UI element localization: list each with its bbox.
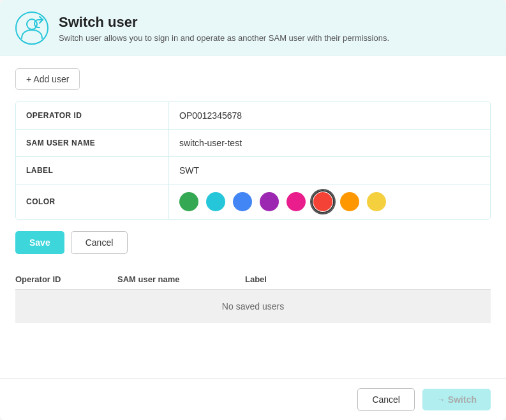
color-label: COLOR xyxy=(16,184,169,219)
label-row: LABEL xyxy=(16,157,490,184)
sam-user-name-label: SAM USER NAME xyxy=(16,130,169,156)
form-table: OPERATOR ID SAM USER NAME LABEL xyxy=(15,101,491,220)
sam-user-name-input[interactable] xyxy=(179,138,480,148)
col-label: Label xyxy=(245,274,347,284)
color-swatch-3[interactable] xyxy=(260,192,279,211)
color-swatch-2[interactable] xyxy=(233,192,252,211)
svg-point-0 xyxy=(16,12,48,44)
switch-user-modal: Switch user Switch user allows you to si… xyxy=(0,0,506,420)
color-row: COLOR xyxy=(16,184,490,219)
users-table-header: Operator ID SAM user name Label xyxy=(15,269,491,290)
color-swatch-1[interactable] xyxy=(206,192,225,211)
form-actions: Save Cancel xyxy=(15,231,491,254)
operator-id-input[interactable] xyxy=(179,110,480,121)
color-swatch-5[interactable] xyxy=(313,192,332,211)
no-saved-users: No saved users xyxy=(15,290,491,323)
label-value[interactable] xyxy=(169,157,490,184)
cancel-form-button[interactable]: Cancel xyxy=(71,231,128,254)
color-value xyxy=(169,184,490,219)
label-label: LABEL xyxy=(16,157,169,184)
save-button[interactable]: Save xyxy=(15,231,64,254)
color-swatch-0[interactable] xyxy=(179,192,198,211)
color-swatch-4[interactable] xyxy=(286,192,306,211)
sam-user-name-row: SAM USER NAME xyxy=(16,130,490,157)
color-swatch-7[interactable] xyxy=(367,192,386,211)
col-sam-user-name: SAM user name xyxy=(117,274,245,284)
color-swatches xyxy=(179,192,386,211)
switch-button[interactable]: → Switch xyxy=(422,389,491,410)
modal-header: Switch user Switch user allows you to si… xyxy=(0,0,506,56)
cancel-footer-button[interactable]: Cancel xyxy=(357,388,415,411)
add-user-button[interactable]: + Add user xyxy=(15,68,80,90)
operator-id-value[interactable] xyxy=(169,102,490,129)
switch-user-icon xyxy=(15,11,48,45)
color-swatch-6[interactable] xyxy=(340,192,359,211)
header-text: Switch user Switch user allows you to si… xyxy=(59,14,389,43)
modal-title: Switch user xyxy=(59,14,389,31)
label-input[interactable] xyxy=(179,165,480,176)
modal-footer: Cancel → Switch xyxy=(0,379,506,420)
sam-user-name-value[interactable] xyxy=(169,130,490,156)
operator-id-row: OPERATOR ID xyxy=(16,102,490,130)
modal-description: Switch user allows you to sign in and op… xyxy=(59,33,389,43)
modal-body: + Add user OPERATOR ID SAM USER NAME LAB… xyxy=(0,56,506,379)
col-operator-id: Operator ID xyxy=(15,274,117,284)
operator-id-label: OPERATOR ID xyxy=(16,102,169,129)
